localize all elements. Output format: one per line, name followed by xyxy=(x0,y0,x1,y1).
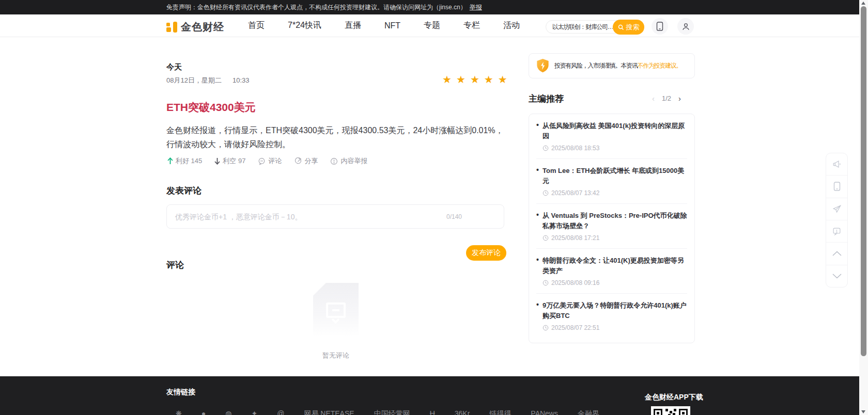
pager-status: 1/2 xyxy=(662,94,671,102)
nav-home[interactable]: 首页 xyxy=(248,20,265,31)
article-actions: 利好 145 利空 97 评论 分享 内容举报 xyxy=(167,156,367,166)
main-nav: 首页 7*24快讯 直播 NFT 专题 专栏 活动 xyxy=(248,14,520,37)
nav-flash[interactable]: 7*24快讯 xyxy=(288,20,321,31)
recommend-title[interactable]: 9万亿美元要入场？特朗普行政令允许401(k)账户购买BTC xyxy=(542,300,687,321)
scroll-down-button[interactable] xyxy=(826,265,847,287)
star-icon: ★ xyxy=(470,73,479,86)
empty-comments-text: 暂无评论 xyxy=(289,351,382,360)
section-label-today: 今天 xyxy=(166,62,182,72)
nav-topics[interactable]: 专题 xyxy=(424,20,440,31)
share-icon xyxy=(294,157,302,165)
chevron-up-icon xyxy=(832,251,842,256)
scrollbar-down-arrow[interactable] xyxy=(861,410,865,413)
disclaimer-text: 免责声明：金色财经所有资讯仅代表作者个人观点，不构成任何投资理财建议。请确保访问… xyxy=(166,4,467,11)
article-body: 金色财经报道，行情显示，ETH突破4300美元，现报4300.53美元，24小时… xyxy=(166,123,507,151)
page-scrollbar[interactable] xyxy=(859,0,868,415)
recommend-item[interactable]: • Tom Lee：ETH会阶跃式增长 年底或到15000美元 2025/08/… xyxy=(536,159,687,204)
partner-logo[interactable]: @ xyxy=(277,409,284,415)
recommend-title[interactable]: 从低风险到高收益 美国401(k)投资转向的深层原因 xyxy=(542,121,687,141)
logo-text: 金色财经 xyxy=(181,20,224,34)
report-icon xyxy=(330,157,338,165)
recommend-time: 2025/08/08 17:21 xyxy=(542,234,687,242)
feedback-icon xyxy=(832,227,841,236)
comment-input[interactable]: 优秀评论金币+1 ，恶意评论金币－10。 0/140 xyxy=(166,204,504,229)
article-datetime: 08月12日，星期二10:33 xyxy=(166,76,249,85)
mobile-button[interactable] xyxy=(826,175,847,198)
user-icon xyxy=(681,22,690,31)
partner-logo[interactable]: 36Kr xyxy=(455,409,470,415)
search-box[interactable]: 以太坊联创：财库公司… 搜索 xyxy=(546,20,644,34)
nav-columns[interactable]: 专栏 xyxy=(463,20,480,31)
recommend-time: 2025/08/08 18:53 xyxy=(542,145,687,152)
recommend-item[interactable]: • 从低风险到高收益 美国401(k)投资转向的深层原因 2025/08/08 … xyxy=(536,114,687,159)
share-plane-button[interactable] xyxy=(826,198,847,220)
megaphone-icon xyxy=(832,159,842,169)
article-title[interactable]: ETH突破4300美元 xyxy=(166,100,256,115)
risk-notice-card: 投资有风险，入市须谨慎。本资讯不作为投资建议。 xyxy=(529,53,695,78)
scrollbar-thumb[interactable] xyxy=(861,6,866,356)
chevron-down-icon xyxy=(832,274,842,279)
partner-logo[interactable]: ◍ xyxy=(225,409,231,415)
partner-logo[interactable]: 中国经营网 xyxy=(374,409,410,415)
pager-prev-icon[interactable]: ‹ xyxy=(652,94,655,103)
phone-icon xyxy=(656,22,664,31)
app-download-heading: 金色财经APP下载 xyxy=(645,393,703,402)
search-input[interactable]: 以太坊联创：财库公司… xyxy=(552,21,613,33)
announcement-button[interactable] xyxy=(826,153,847,175)
logo[interactable]: 金色财经 xyxy=(166,20,224,34)
risk-text: 投资有风险，入市须谨慎。本资讯 xyxy=(554,62,638,69)
feedback-button[interactable] xyxy=(826,220,847,243)
recommend-pager: ‹ 1/2 › xyxy=(652,94,681,103)
arrow-down-icon xyxy=(214,157,220,165)
disclaimer-bar: 免责声明：金色财经所有资讯仅代表作者个人观点，不构成任何投资理财建议。请确保访问… xyxy=(0,0,859,14)
recommend-item[interactable]: • 特朗普行政令全文：让401(K)更易投资加密等另类资产 2025/08/08… xyxy=(536,249,687,294)
pager-next-icon[interactable]: › xyxy=(678,94,681,103)
partner-logo[interactable]: Ʉ xyxy=(430,409,435,415)
article-date: 08月12日，星期二 xyxy=(166,76,222,84)
recommend-list: • 从低风险到高收益 美国401(k)投资转向的深层原因 2025/08/08 … xyxy=(529,114,695,343)
partner-logo[interactable]: 金融界 xyxy=(578,409,599,415)
recommend-item[interactable]: • 9万亿美元要入场？特朗普行政令允许401(k)账户购买BTC 2025/08… xyxy=(536,294,687,338)
shield-icon xyxy=(536,58,550,73)
comment-button[interactable]: 评论 xyxy=(258,156,282,166)
editor-recommend-heading: 主编推荐 xyxy=(529,93,564,105)
partner-logo[interactable]: ● xyxy=(202,409,206,415)
share-button[interactable]: 分享 xyxy=(294,156,318,166)
empty-comments-icon xyxy=(313,283,359,340)
partner-logo[interactable]: ❋ xyxy=(176,409,182,415)
recommend-time: 2025/08/08 09:16 xyxy=(542,279,687,286)
report-button[interactable]: 内容举报 xyxy=(330,156,367,166)
partner-logo[interactable]: 链得得 xyxy=(489,409,511,415)
search-button[interactable]: 搜索 xyxy=(613,20,644,35)
recommend-time: 2025/08/07 22:51 xyxy=(542,324,687,331)
phone-icon xyxy=(833,182,841,191)
header: 金色财经 首页 7*24快讯 直播 NFT 专题 专栏 活动 以太坊联创：财库公… xyxy=(0,14,859,37)
recommend-item[interactable]: • 从 Ventuals 到 PreStocks：Pre-IPO代币化破除私募市… xyxy=(536,204,687,249)
nav-nft[interactable]: NFT xyxy=(384,21,400,30)
partner-logo[interactable]: 网易 NETEASE xyxy=(304,409,354,415)
partner-logos: ❋ ● ◍ ✦ @ 网易 NETEASE 中国经营网 Ʉ 36Kr 链得得 PA… xyxy=(176,409,599,415)
report-link[interactable]: 举报 xyxy=(470,4,482,11)
post-comment-heading: 发表评论 xyxy=(166,185,202,197)
nav-live[interactable]: 直播 xyxy=(345,20,361,31)
recommend-title[interactable]: Tom Lee：ETH会阶跃式增长 年底或到15000美元 xyxy=(542,166,687,186)
scroll-up-button[interactable] xyxy=(826,243,847,265)
logo-icon xyxy=(166,22,177,33)
star-icon: ★ xyxy=(484,73,493,86)
scrollbar-up-arrow[interactable] xyxy=(861,2,865,5)
recommend-title[interactable]: 特朗普行政令全文：让401(K)更易投资加密等另类资产 xyxy=(542,256,687,276)
search-icon xyxy=(618,24,624,30)
bearish-button[interactable]: 利空 97 xyxy=(214,156,245,166)
comment-placeholder: 优秀评论金币+1 ，恶意评论金币－10。 xyxy=(175,205,302,229)
mobile-app-button[interactable] xyxy=(652,18,668,35)
recommend-title[interactable]: 从 Ventuals 到 PreStocks：Pre-IPO代币化破除私募市场壁… xyxy=(542,211,687,231)
char-counter: 0/140 xyxy=(446,205,462,229)
nav-activity[interactable]: 活动 xyxy=(503,20,520,31)
bullish-button[interactable]: 利好 145 xyxy=(167,156,202,166)
partner-logo[interactable]: ✦ xyxy=(251,409,257,415)
partner-logo[interactable]: PANews xyxy=(531,409,558,415)
submit-comment-button[interactable]: 发布评论 xyxy=(466,245,506,261)
clock-icon xyxy=(542,145,549,151)
recommend-time: 2025/08/07 13:42 xyxy=(542,189,687,197)
user-account-button[interactable] xyxy=(677,18,694,35)
